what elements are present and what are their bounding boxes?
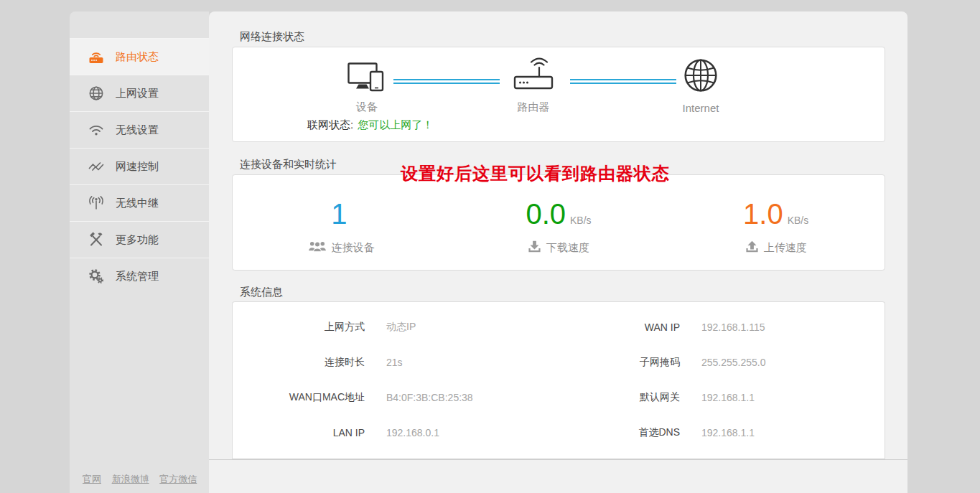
info-label: 连接时长 xyxy=(250,356,365,369)
info-value: 192.168.0.1 xyxy=(386,427,439,438)
info-row-lan-ip: LAN IP 192.168.0.1 xyxy=(233,415,559,450)
download-speed-value: 0.0 xyxy=(526,199,566,228)
info-value: B4:0F:3B:CB:25:38 xyxy=(386,392,473,403)
info-value: 192.168.1.1 xyxy=(701,392,755,403)
download-speed-unit: KB/s xyxy=(570,215,592,226)
wifi-icon xyxy=(87,121,106,139)
annotation-text: 设置好后这里可以看到路由器状态 xyxy=(401,162,670,185)
stat-download-speed: 0.0KB/s 下载速度 xyxy=(450,175,668,270)
info-row-default-gateway: 默认网关 192.168.1.1 xyxy=(559,380,885,415)
upload-icon xyxy=(745,240,759,255)
info-value: 动态IP xyxy=(386,321,416,334)
router-device-icon xyxy=(510,55,557,95)
info-row-primary-dns: 首选DNS 192.168.1.1 xyxy=(559,415,885,450)
sidebar-item-router-status[interactable]: 路由状态 xyxy=(70,38,209,75)
system-info-right-column: WAN IP 192.168.1.115 子网掩码 255.255.255.0 … xyxy=(559,309,885,459)
upload-speed-value: 1.0 xyxy=(743,199,783,228)
sidebar-item-label: 路由状态 xyxy=(116,50,159,64)
tools-icon xyxy=(87,230,106,249)
info-label: 上网方式 xyxy=(250,321,365,334)
sidebar-item-label: 系统管理 xyxy=(116,270,159,283)
info-label: 子网掩码 xyxy=(559,356,680,369)
upload-speed-unit: KB/s xyxy=(788,215,809,226)
repeater-icon xyxy=(87,194,106,212)
speed-icon xyxy=(87,157,106,176)
info-row-wan-ip: WAN IP 192.168.1.115 xyxy=(559,309,885,344)
router-node: 路由器 xyxy=(507,53,560,114)
info-value: 255.255.255.0 xyxy=(701,357,766,368)
gear-icon xyxy=(87,267,106,286)
connection-status: 联网状态:您可以上网了！ xyxy=(307,118,433,132)
network-status-card: 设备 路由器 Internet 联网状态:您可以上网了！ xyxy=(232,47,885,142)
info-label: LAN IP xyxy=(250,427,365,438)
sidebar: 路由状态 上网设置 无线设置 网速控制 无线中继 xyxy=(70,11,209,493)
users-icon xyxy=(308,240,327,255)
system-info-left-column: 上网方式 动态IP 连接时长 21s WAN口MAC地址 B4:0F:3B:CB… xyxy=(233,309,559,459)
main-panel: 网络连接状态 设备 路由器 Internet xyxy=(209,11,907,493)
sidebar-item-system-management[interactable]: 系统管理 xyxy=(70,258,209,294)
device-node: 设备 xyxy=(340,53,393,114)
info-label: WAN IP xyxy=(559,321,680,333)
sidebar-item-speed-control[interactable]: 网速控制 xyxy=(70,148,209,184)
info-label: 默认网关 xyxy=(559,391,680,404)
info-row-connection-duration: 连接时长 21s xyxy=(233,344,559,380)
system-info-title: 系统信息 xyxy=(240,286,283,299)
internet-node-label: Internet xyxy=(683,102,719,114)
upload-speed-label: 上传速度 xyxy=(764,241,807,255)
info-value: 21s xyxy=(386,357,403,368)
sidebar-item-label: 上网设置 xyxy=(116,87,159,100)
download-speed-label: 下载速度 xyxy=(546,241,589,255)
info-value: 192.168.1.115 xyxy=(701,321,765,333)
link-devices-router xyxy=(393,79,500,84)
sidebar-header xyxy=(70,11,209,38)
stats-card: 1 连接设备 0.0KB/s 下载速度 xyxy=(232,174,885,271)
device-node-label: 设备 xyxy=(356,100,378,114)
status-value: 您可以上网了！ xyxy=(358,118,433,131)
footer-link-sina-weibo[interactable]: 新浪微博 xyxy=(112,474,149,484)
info-row-connection-type: 上网方式 动态IP xyxy=(233,309,559,344)
router-admin-page: 路由状态 上网设置 无线设置 网速控制 无线中继 xyxy=(0,0,980,493)
network-status-title: 网络连接状态 xyxy=(240,30,304,44)
devices-icon xyxy=(347,62,386,95)
info-value: 192.168.1.1 xyxy=(701,427,755,438)
sidebar-item-wireless-settings[interactable]: 无线设置 xyxy=(70,111,209,148)
stat-connected-devices: 1 连接设备 xyxy=(233,175,450,270)
internet-node: Internet xyxy=(674,53,727,114)
connected-devices-label: 连接设备 xyxy=(332,241,375,255)
internet-globe-icon xyxy=(683,57,719,96)
router-node-label: 路由器 xyxy=(518,100,550,114)
globe-icon xyxy=(87,84,106,103)
system-info-card: 上网方式 动态IP 连接时长 21s WAN口MAC地址 B4:0F:3B:CB… xyxy=(232,301,885,459)
stat-upload-speed: 1.0KB/s 上传速度 xyxy=(667,175,885,270)
status-label: 联网状态: xyxy=(307,118,353,131)
sidebar-item-internet-settings[interactable]: 上网设置 xyxy=(70,75,209,111)
footer-link-official-site[interactable]: 官网 xyxy=(83,474,101,484)
stats-title: 连接设备和实时统计 xyxy=(240,158,337,172)
footer-link-official-wechat[interactable]: 官方微信 xyxy=(159,474,197,484)
info-label: WAN口MAC地址 xyxy=(250,391,365,404)
sidebar-item-label: 无线中继 xyxy=(116,197,159,210)
info-row-wan-mac: WAN口MAC地址 B4:0F:3B:CB:25:38 xyxy=(233,380,559,415)
router-icon xyxy=(87,47,106,66)
sidebar-footer: 官网 新浪微博 官方微信 xyxy=(83,473,205,486)
sidebar-item-label: 网速控制 xyxy=(116,160,159,174)
info-label: 首选DNS xyxy=(559,426,680,439)
link-router-internet xyxy=(570,79,676,84)
connected-devices-value: 1 xyxy=(331,199,347,228)
sidebar-item-label: 无线设置 xyxy=(116,123,159,137)
info-row-subnet-mask: 子网掩码 255.255.255.0 xyxy=(559,344,885,380)
viewport-cut-line xyxy=(209,459,907,460)
sidebar-item-more-features[interactable]: 更多功能 xyxy=(70,221,209,258)
sidebar-item-wireless-repeater[interactable]: 无线中继 xyxy=(70,184,209,221)
sidebar-item-label: 更多功能 xyxy=(116,233,159,247)
download-icon xyxy=(528,240,541,255)
